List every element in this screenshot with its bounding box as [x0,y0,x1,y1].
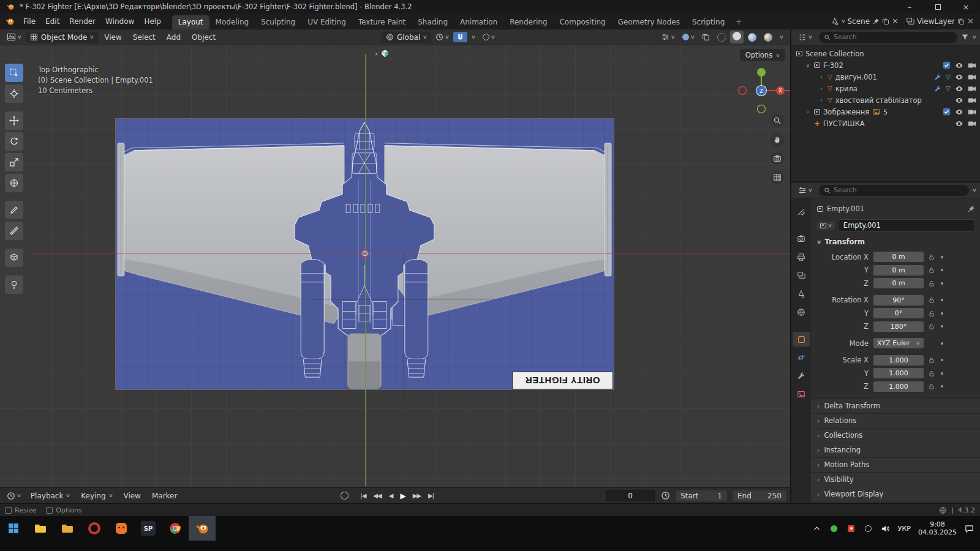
animate-dot[interactable] [941,372,943,375]
lock-icon[interactable] [927,383,936,390]
filter-funnel-icon[interactable] [961,33,969,41]
snap-settings-dropdown[interactable]: ∨ [469,33,478,41]
scale-x-field[interactable]: 1.000 [873,355,924,365]
eye-icon[interactable] [955,84,963,93]
animate-dot[interactable] [941,342,943,345]
object-name-field[interactable]: Empty.001 [838,219,975,231]
menu-playback[interactable]: Playback∨ [26,490,74,501]
outliner-row-f302[interactable]: ∨ F-302 [791,59,980,71]
workspace-tab-geometry-nodes[interactable]: Geometry Nodes [612,15,686,29]
modifier-wrench-icon[interactable] [934,85,941,92]
menu-edit[interactable]: Edit [40,15,64,28]
properties-search[interactable] [819,185,969,196]
folder-app[interactable] [54,516,81,541]
recorder-app[interactable] [81,516,108,541]
play-reverse-button[interactable]: ◀ [386,492,396,500]
animate-dot[interactable] [941,256,943,258]
lock-icon[interactable] [927,310,936,317]
lock-icon[interactable] [927,296,936,304]
workspace-tab-modeling[interactable]: Modeling [209,15,255,29]
section-delta-transform[interactable]: ›Delta Transform [811,399,980,413]
workspace-tab-scripting[interactable]: Scripting [686,15,731,29]
lock-icon[interactable] [927,266,936,274]
checkbox-icon[interactable] [943,61,951,69]
expander-closed-icon[interactable]: › [818,97,824,103]
play-button[interactable]: ▶ [397,491,408,501]
chrome-app[interactable] [162,516,189,541]
workspace-tab-animation[interactable]: Animation [454,15,503,29]
section-visibility[interactable]: ›Visibility [811,472,980,487]
gizmo-minus-y-axis[interactable] [758,105,766,113]
jump-to-end-button[interactable]: ▶| [425,492,437,500]
workspace-tab-layout[interactable]: Layout [172,15,209,29]
eye-icon[interactable] [955,108,963,116]
location-z-field[interactable]: 0 m [873,278,924,288]
tab-view-layer[interactable] [793,268,810,283]
toggle-xray-button[interactable] [699,32,713,42]
workspace-tab-shading[interactable]: Shading [412,15,454,29]
animate-dot[interactable] [941,325,943,328]
delete-viewlayer-icon[interactable] [967,18,974,24]
minimize-button[interactable]: – [895,0,924,13]
camera-icon[interactable] [968,96,976,105]
menu-view-timeline[interactable]: View [119,490,145,501]
shading-dropdown[interactable]: ∨ [777,33,786,41]
section-instancing[interactable]: ›Instancing [811,443,980,457]
tray-circle-icon[interactable] [864,523,873,533]
checkbox-icon[interactable] [943,108,951,116]
tab-world[interactable] [793,305,810,320]
gizmo-y-axis[interactable] [757,68,766,77]
snap-magnet-button[interactable] [453,32,467,42]
action-center-icon[interactable] [964,523,974,533]
section-viewport-display[interactable]: ›Viewport Display [811,487,980,501]
gizmo-minus-x-axis[interactable] [739,87,747,95]
zoom-button[interactable] [771,114,784,127]
volume-icon[interactable] [881,523,891,533]
add-cube-tool[interactable] [5,249,23,267]
expander-closed-icon[interactable]: › [818,85,824,92]
workspace-tab-texture-paint[interactable]: Texture Paint [352,15,412,29]
current-frame-field[interactable]: 0 [606,490,655,501]
workspace-tab-compositing[interactable]: Compositing [553,15,611,29]
lock-icon[interactable] [927,253,936,261]
orange-app[interactable] [108,516,135,541]
tool-settings-toggle[interactable]: › [375,49,390,58]
workspace-tab-uv-editing[interactable]: UV Editing [301,15,352,29]
outliner-row-images[interactable]: › Зображення 5 [791,106,980,118]
expander-closed-icon[interactable]: › [818,73,824,80]
outliner-row-wings[interactable]: › ▽ крила ▽ [791,83,980,94]
lock-icon[interactable] [927,356,936,364]
outliner-row-tail-stabilizer[interactable]: › ▽ хвостовий стабілізатор [791,94,980,106]
shading-wireframe-button[interactable] [714,32,729,43]
outliner-search-input[interactable] [834,33,952,41]
3d-viewport[interactable]: ORITY FIGHTER Top Orthographic (0) Scene… [0,45,790,487]
add-workspace-button[interactable]: + [731,15,747,29]
location-x-field[interactable]: 0 m [873,252,924,262]
eye-icon[interactable] [955,96,963,105]
eye-icon[interactable] [955,61,963,70]
scale-tool[interactable] [5,153,23,171]
add-light-tool[interactable] [5,276,23,294]
rotation-x-field[interactable]: 90° [873,295,924,305]
workspace-tab-sculpting[interactable]: Sculpting [255,15,301,29]
animate-dot[interactable] [941,359,943,361]
scale-y-field[interactable]: 1.000 [873,368,924,378]
scale-z-field[interactable]: 1.000 [873,381,924,392]
move-tool[interactable] [5,111,23,130]
viewlayer-selector[interactable]: ViewLayer [906,17,974,26]
scene-selector[interactable]: ∨ Scene [831,17,899,26]
section-relations[interactable]: ›Relations [811,413,980,428]
section-motion-paths[interactable]: ›Motion Paths [811,457,980,472]
chevron-down-icon[interactable]: ∨ [972,187,977,193]
animate-dot[interactable] [941,269,943,271]
location-y-field[interactable]: 0 m [873,265,924,276]
outliner-row-empty[interactable]: + ПУСТИШКА [791,118,980,129]
hidden-icons-chevron[interactable] [812,523,822,533]
section-collections[interactable]: ›Collections [811,428,980,443]
rotate-tool[interactable] [5,132,23,151]
pan-button[interactable] [771,133,784,146]
tab-object-data[interactable] [793,387,810,402]
pin-icon[interactable] [967,205,975,213]
tab-physics[interactable] [793,350,810,365]
camera-view-button[interactable] [771,152,784,165]
